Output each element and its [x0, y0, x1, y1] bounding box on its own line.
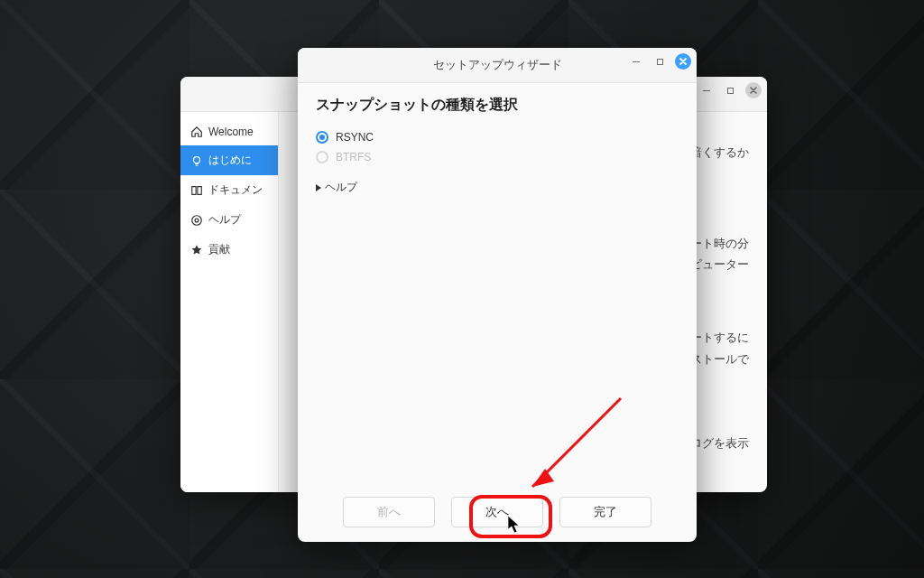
radio-icon: [316, 131, 328, 144]
close-button[interactable]: [745, 82, 762, 98]
setup-wizard-window: セットアップウィザード スナップショットの種類を選択 RSYNC BTRFS ヘ…: [298, 48, 697, 542]
svg-point-0: [193, 156, 199, 163]
home-icon: [189, 125, 203, 138]
minimize-button[interactable]: [698, 82, 715, 98]
sidebar-item-contribute[interactable]: 貢献: [180, 235, 278, 265]
minimize-button[interactable]: [628, 53, 644, 70]
expander-label: ヘルプ: [325, 180, 357, 195]
sidebar-item-label: Welcome: [208, 126, 254, 138]
bulb-icon: [189, 154, 203, 167]
svg-point-2: [195, 219, 199, 222]
wizard-title: セットアップウィザード: [433, 57, 562, 73]
sidebar-item-label: 貢献: [208, 242, 230, 257]
sidebar-item-label: ヘルプ: [208, 212, 241, 228]
sidebar-item-documentation[interactable]: ドキュメン: [180, 175, 278, 205]
maximize-button[interactable]: [651, 53, 668, 70]
sidebar-item-label: はじめに: [208, 153, 252, 168]
help-expander[interactable]: ヘルプ: [316, 180, 679, 195]
welcome-sidebar: Welcome はじめに ドキュメン ヘルプ: [180, 112, 279, 492]
star-icon: [189, 243, 203, 256]
sidebar-item-label: ドキュメン: [208, 182, 263, 198]
radio-label: RSYNC: [336, 131, 374, 144]
wizard-titlebar[interactable]: セットアップウィザード: [298, 48, 697, 83]
snapshot-type-rsync[interactable]: RSYNC: [316, 127, 679, 147]
ring-icon: [189, 213, 203, 227]
radio-icon: [316, 151, 328, 163]
wizard-footer: 前へ 次へ 完了: [298, 484, 697, 542]
previous-button: 前へ: [343, 497, 435, 527]
radio-label: BTRFS: [336, 151, 371, 163]
chevron-right-icon: [316, 184, 321, 191]
close-button[interactable]: [675, 53, 691, 70]
wizard-heading: スナップショットの種類を選択: [316, 96, 679, 115]
snapshot-type-btrfs: BTRFS: [316, 147, 679, 167]
sidebar-item-welcome[interactable]: Welcome: [180, 117, 278, 145]
book-icon: [189, 183, 203, 197]
sidebar-item-help[interactable]: ヘルプ: [180, 205, 278, 235]
finish-button[interactable]: 完了: [559, 497, 651, 527]
maximize-button[interactable]: [722, 82, 738, 98]
sidebar-item-getting-started[interactable]: はじめに: [180, 145, 278, 175]
svg-point-1: [191, 215, 201, 225]
next-button[interactable]: 次へ: [451, 497, 543, 527]
